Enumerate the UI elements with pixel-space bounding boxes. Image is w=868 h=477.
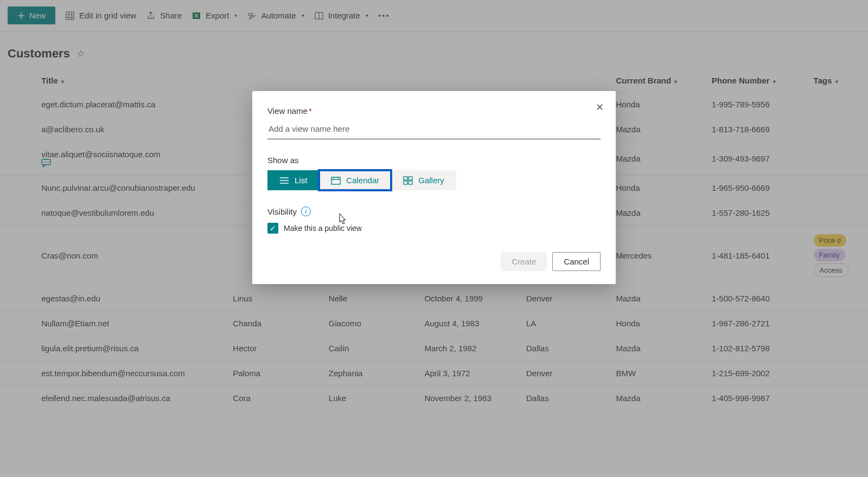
show-as-label: Show as: [267, 156, 601, 165]
svg-rect-11: [409, 181, 412, 184]
gallery-icon: [403, 176, 413, 185]
cancel-button[interactable]: Cancel: [552, 252, 601, 271]
view-option-calendar[interactable]: Calendar: [319, 170, 391, 190]
svg-rect-7: [331, 177, 340, 184]
modal-overlay: ✕ View name* Show as List Calendar: [0, 0, 868, 477]
view-option-gallery[interactable]: Gallery: [391, 170, 456, 190]
view-name-input[interactable]: [267, 120, 601, 139]
checkbox-checked-icon: ✓: [267, 223, 278, 234]
calendar-icon: [331, 176, 341, 185]
show-as-options: List Calendar Gallery: [267, 170, 601, 190]
view-option-list[interactable]: List: [267, 170, 319, 190]
svg-rect-10: [404, 181, 407, 184]
create-button[interactable]: Create: [501, 252, 547, 271]
visibility-label: Visibility i: [267, 207, 601, 216]
close-button[interactable]: ✕: [591, 99, 608, 116]
view-option-label: List: [295, 176, 307, 185]
view-name-label: View name*: [267, 106, 601, 115]
list-icon: [279, 177, 289, 184]
svg-rect-9: [409, 177, 412, 180]
create-view-dialog: ✕ View name* Show as List Calendar: [252, 91, 616, 284]
info-icon[interactable]: i: [301, 207, 311, 216]
dialog-actions: Create Cancel: [267, 252, 601, 271]
public-checkbox-label: Make this a public view: [284, 224, 362, 233]
public-checkbox-row[interactable]: ✓ Make this a public view: [267, 223, 601, 234]
close-icon: ✕: [596, 102, 604, 113]
view-option-label: Gallery: [418, 176, 444, 185]
svg-rect-8: [404, 177, 407, 180]
view-option-label: Calendar: [346, 176, 379, 185]
